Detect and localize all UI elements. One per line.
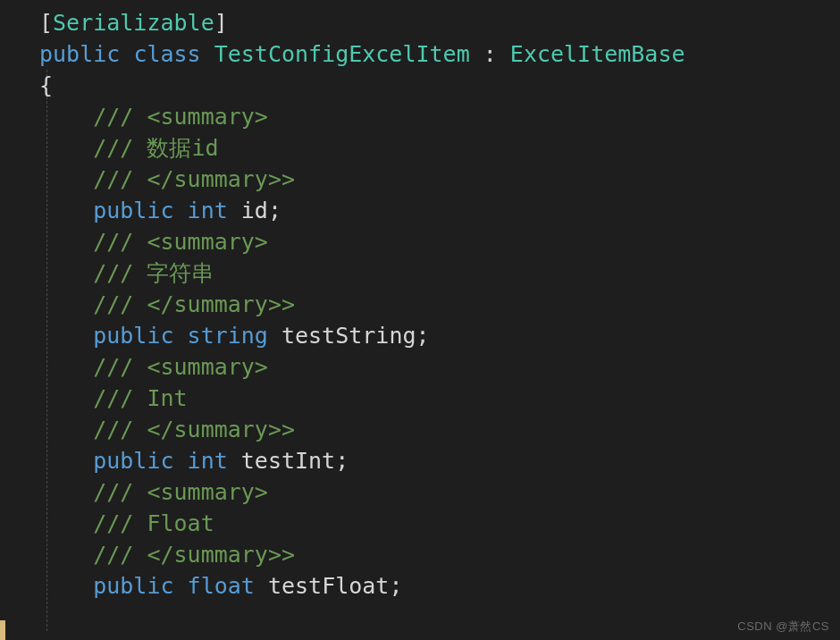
code-line: public int id; (39, 195, 685, 226)
code-token: Serializable (53, 10, 214, 36)
code-token (174, 323, 188, 349)
code-token: /// <summary> (93, 479, 268, 505)
code-token (174, 198, 188, 223)
code-token: [ (39, 10, 53, 36)
code-token (39, 573, 93, 599)
code-token: public (93, 573, 173, 599)
code-token: : (470, 41, 510, 67)
code-line: /// <summary> (39, 476, 685, 508)
code-token: /// <summary> (93, 354, 268, 380)
code-token (201, 41, 214, 67)
code-token (39, 385, 93, 411)
code-line: /// <summary> (39, 226, 685, 257)
code-token: testFloat (268, 573, 389, 599)
code-token (39, 198, 93, 223)
watermark-text: CSDN @萧然CS (737, 619, 829, 635)
code-line: /// </summary>> (39, 414, 685, 445)
code-token (39, 166, 93, 192)
code-line: { (39, 70, 685, 101)
code-token: string (188, 323, 268, 349)
code-token: /// Int (93, 385, 187, 411)
code-token: public (39, 41, 120, 67)
code-block: [Serializable]public class TestConfigExc… (0, 0, 685, 602)
code-line: /// </summary>> (39, 164, 685, 195)
code-line: /// <summary> (39, 101, 685, 132)
code-token: /// </summary>> (93, 166, 295, 192)
code-line: /// <summary> (39, 351, 685, 383)
code-token (39, 510, 93, 536)
code-token: /// </summary>> (93, 291, 295, 317)
code-editor: [Serializable]public class TestConfigExc… (0, 0, 840, 640)
code-line: [Serializable] (39, 7, 685, 38)
code-token: TestConfigExcelItem (214, 41, 470, 67)
code-token: ExcelItemBase (510, 41, 685, 67)
code-token: /// <summary> (93, 229, 268, 255)
code-token: testInt (241, 448, 335, 474)
code-token: ] (214, 10, 228, 36)
code-token: public (93, 198, 173, 223)
code-token: ; (335, 448, 349, 474)
code-line: public class TestConfigExcelItem : Excel… (39, 38, 685, 70)
code-token: /// 字符串 (93, 260, 214, 286)
code-token: public (93, 323, 173, 349)
code-line: /// 数据id (39, 132, 685, 164)
code-line: public string testString; (39, 320, 685, 351)
code-token (39, 354, 93, 380)
code-token (39, 323, 93, 349)
code-token (268, 323, 281, 349)
code-token: class (133, 41, 200, 67)
code-token: ; (416, 323, 429, 349)
code-token (39, 479, 93, 505)
code-line: /// </summary>> (39, 539, 685, 570)
code-token (174, 448, 188, 474)
code-token: { (39, 72, 53, 98)
code-line: public int testInt; (39, 445, 685, 476)
code-line: /// Float (39, 508, 685, 539)
code-token: int (188, 198, 228, 223)
code-token: public (93, 448, 173, 474)
code-token (39, 542, 93, 568)
code-token (174, 573, 188, 599)
code-token (39, 229, 93, 255)
code-token: float (188, 573, 255, 599)
code-token: /// </summary>> (93, 542, 295, 568)
code-token: testString (281, 323, 416, 349)
code-token (228, 448, 241, 474)
code-token (255, 573, 268, 599)
code-token: id (241, 198, 268, 223)
code-token (39, 135, 93, 161)
code-token (39, 260, 93, 286)
code-token (228, 198, 241, 223)
code-token (39, 448, 93, 474)
code-line: public float testFloat; (39, 570, 685, 602)
modified-marker (0, 620, 5, 640)
code-token: ; (268, 198, 281, 223)
code-token: int (188, 448, 228, 474)
code-token: ; (389, 573, 402, 599)
code-token (39, 417, 93, 442)
code-line: /// 字符串 (39, 257, 685, 289)
code-token (120, 41, 133, 67)
code-line: /// </summary>> (39, 289, 685, 320)
code-token (39, 291, 93, 317)
code-line: /// Int (39, 383, 685, 414)
code-token (39, 104, 93, 130)
code-token: /// 数据id (93, 135, 218, 161)
code-token: /// Float (93, 510, 214, 536)
code-token: /// <summary> (93, 104, 268, 130)
code-token: /// </summary>> (93, 417, 295, 442)
